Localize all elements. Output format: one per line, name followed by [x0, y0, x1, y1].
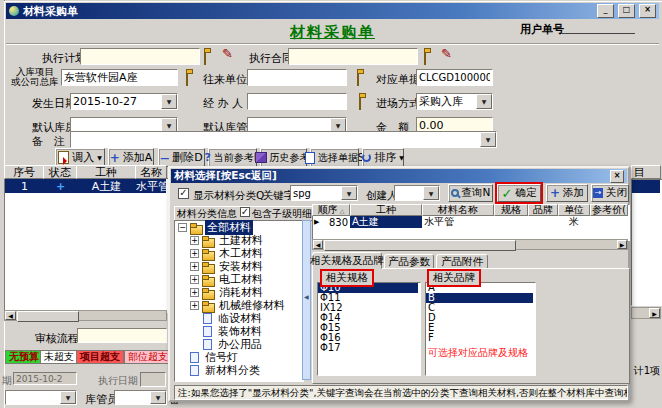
grid-col-order[interactable]: 顺序 △ [312, 204, 350, 216]
scroll-thumb[interactable] [324, 240, 516, 251]
brand-item-selected[interactable]: B [426, 293, 533, 303]
expand-icon[interactable] [190, 249, 199, 258]
material-select-dialog: 材料选择[按Esc返回] 显示材料分类Q 关键字K spg 创建人 查询N 确定… [168, 166, 630, 402]
tree-item[interactable]: 消耗材料 [170, 286, 186, 299]
tab-product-attachments[interactable]: 产品附件 [436, 254, 488, 269]
chevron-down-icon[interactable] [476, 94, 492, 109]
brand-item[interactable]: E [426, 323, 533, 333]
dialog-close-button[interactable]: 关闭 [591, 184, 629, 202]
obscured-combo [140, 372, 166, 387]
current-ref-button[interactable]: 当前参考B [208, 148, 257, 167]
folder-picker-icon[interactable] [424, 50, 426, 65]
collapse-left-icon[interactable]: ◀ [304, 293, 309, 300]
store-input[interactable] [61, 69, 178, 86]
collapse-icon[interactable] [178, 223, 187, 232]
grid-col-spec[interactable]: 规格 [494, 204, 528, 216]
grid-col-price[interactable]: 参考价( [590, 204, 628, 216]
table-hscrollbar[interactable]: ◀ [4, 310, 167, 321]
tree-item-all[interactable]: 全部材料 [170, 221, 186, 234]
document-icon [203, 339, 212, 350]
search-icon [451, 189, 459, 197]
dialog-titlebar[interactable]: 材料选择[按Esc返回] [171, 169, 627, 183]
folder-icon [202, 251, 215, 261]
scroll-left-icon[interactable]: ◀ [5, 311, 16, 320]
tree-item[interactable]: 机械维修材料 [170, 299, 186, 312]
exec-contract-input[interactable] [288, 48, 418, 65]
keyword-combo[interactable]: spg [290, 185, 358, 201]
brand-item[interactable]: D [426, 313, 533, 323]
expand-icon[interactable] [190, 275, 199, 284]
scroll-right-icon[interactable]: ▶ [617, 240, 627, 249]
grid-col-unit[interactable]: 单位 [558, 204, 590, 216]
tree-item[interactable]: 电工材料 [170, 273, 186, 286]
confirm-button[interactable]: 确定 [497, 184, 541, 202]
folder-picker-icon[interactable] [204, 50, 206, 65]
scroll-right-icon[interactable]: ▶ [649, 308, 660, 318]
expand-icon[interactable] [190, 301, 199, 310]
chevron-down-icon[interactable] [423, 186, 439, 200]
col-status[interactable]: 状态 [43, 165, 77, 179]
right-hscrollbar[interactable]: ▶ [631, 307, 661, 319]
remark-combo[interactable] [70, 131, 497, 148]
scroll-left-icon[interactable]: ◀ [313, 240, 323, 249]
tree-item[interactable]: 土建材料 [170, 234, 186, 247]
sort-button[interactable]: 排序 ▼ [362, 148, 404, 167]
select-doc-button[interactable]: 选择单据S [310, 148, 359, 167]
col-name[interactable]: 名称 [135, 165, 167, 179]
dialog-close-icon[interactable] [610, 170, 624, 183]
brand-item[interactable]: C [426, 303, 533, 313]
grid-col-name[interactable]: 材料名称 [422, 204, 494, 216]
chevron-down-icon[interactable] [60, 391, 76, 404]
handler-input[interactable] [247, 93, 347, 110]
review-input[interactable] [77, 328, 167, 343]
brand-item[interactable]: F [426, 333, 533, 343]
chevron-down-icon[interactable] [341, 186, 357, 200]
query-button[interactable]: 查询N [448, 184, 493, 202]
close-button[interactable] [639, 4, 656, 18]
splitter-bar[interactable]: ◀ [302, 220, 311, 380]
keeper-combo[interactable] [114, 390, 167, 405]
include-children-checkbox[interactable] [240, 207, 250, 217]
exit-icon [593, 188, 603, 198]
pen-edit-icon[interactable] [441, 49, 452, 59]
folder-picker-icon[interactable] [186, 71, 188, 86]
tree-item[interactable]: 木工材料 [170, 247, 186, 260]
tab-spec-brand[interactable]: 相关规格及品牌 [312, 252, 382, 269]
document-icon [190, 352, 199, 363]
grid-col-trade[interactable]: 工种 [350, 204, 422, 216]
table-row[interactable]: 1 + A土建 水平管 [5, 179, 166, 193]
history-ref-button[interactable]: 历史参考I [260, 148, 307, 167]
pen-edit-icon[interactable] [222, 49, 233, 59]
expand-icon[interactable] [190, 288, 199, 297]
grid-col-brand[interactable]: 品牌 [528, 204, 558, 216]
show-category-checkbox[interactable] [178, 188, 189, 199]
maximize-button[interactable] [618, 4, 635, 18]
spec-item[interactable]: Φ17 [318, 343, 418, 353]
grid-hscrollbar[interactable]: ◀ ▶ [312, 239, 628, 250]
partner-input[interactable] [247, 69, 347, 86]
bottom-left-combo[interactable] [5, 390, 77, 405]
exec-plan-input[interactable] [80, 48, 200, 65]
tab-product-params[interactable]: 产品参数 [384, 254, 434, 269]
folder-picker-icon[interactable] [359, 95, 361, 110]
dialog-add-button[interactable]: 添加 [546, 184, 588, 202]
col-seq[interactable]: 序号 [4, 165, 44, 179]
col-trade[interactable]: 工种 [76, 165, 136, 179]
chevron-down-icon[interactable] [161, 94, 177, 109]
doc-input[interactable] [416, 69, 493, 86]
folder-icon [190, 225, 203, 235]
tree-item[interactable]: 安装材料 [170, 260, 186, 273]
creator-combo[interactable] [394, 185, 440, 201]
chevron-down-icon[interactable] [150, 391, 166, 404]
expand-icon[interactable] [190, 262, 199, 271]
folder-picker-icon[interactable] [357, 71, 359, 86]
expand-icon[interactable] [190, 236, 199, 245]
date-combo[interactable]: 2015-10-27 [70, 93, 178, 110]
scroll-thumb[interactable] [17, 311, 79, 322]
main-titlebar[interactable]: 材料采购单 [6, 3, 659, 19]
chevron-down-icon[interactable] [480, 132, 496, 147]
grid-row-order: ▶ 830 [313, 216, 350, 228]
minimize-button[interactable] [597, 4, 614, 18]
mode-combo[interactable]: 采购入库 [416, 93, 493, 110]
divider [6, 43, 659, 45]
